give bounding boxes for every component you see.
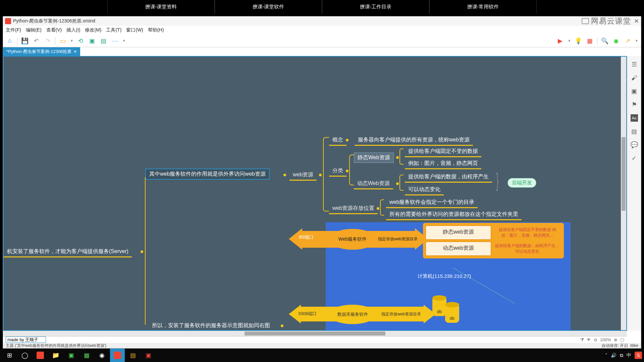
- folder-icon[interactable]: ▭: [59, 37, 67, 45]
- label-icon[interactable]: Aa: [631, 114, 638, 122]
- share-icon[interactable]: ◉: [612, 37, 620, 45]
- filter-icon[interactable]: ⧩: [580, 337, 584, 343]
- start-button[interactable]: ⊞: [2, 349, 17, 362]
- host-tab[interactable]: 撩课-常用软件: [429, 0, 537, 13]
- undo-icon[interactable]: ↶: [32, 37, 40, 45]
- host-tab[interactable]: 撩课-课堂资料: [107, 0, 215, 13]
- horizontal-scrollbar[interactable]: [3, 331, 627, 336]
- image-icon[interactable]: ▣: [631, 87, 638, 95]
- footer-bar: ⧩ 👁 ⊖ 100% ⊕ ▢: [3, 336, 627, 343]
- mm-node[interactable]: web资源存放位置: [329, 203, 378, 214]
- brand-icon: [582, 18, 589, 24]
- author-input[interactable]: [6, 337, 46, 343]
- connector-dot: [141, 250, 143, 253]
- taskbar-app[interactable]: [33, 349, 48, 362]
- mm-node-hover[interactable]: 静态Web资源: [354, 153, 394, 163]
- mm-callout[interactable]: 后端开发: [507, 178, 536, 188]
- taskbar-app[interactable]: ▤: [125, 349, 140, 362]
- network-icon[interactable]: ⧉: [620, 353, 623, 358]
- dropdown-icon[interactable]: ▼: [70, 39, 73, 43]
- save-icon[interactable]: 💾: [21, 37, 29, 45]
- zoom-level: 100%: [600, 337, 611, 342]
- mm-node-selected[interactable]: 其中web服务软件的作用就是供外界访问web资源: [145, 169, 270, 180]
- idea-icon[interactable]: 💡: [574, 37, 582, 45]
- presentation-icon[interactable]: ▶: [556, 37, 564, 45]
- menu-tools[interactable]: 工具(T): [106, 27, 121, 33]
- taskbar-app[interactable]: ▣: [141, 349, 156, 362]
- gantt-icon[interactable]: ▦: [586, 37, 594, 45]
- doc-tab-active[interactable]: *Python-爬虫春节案例-12306抢票✕: [3, 47, 80, 56]
- tab-close-icon[interactable]: ✕: [73, 49, 77, 54]
- chrome-icon[interactable]: ◉: [95, 349, 109, 362]
- export-icon[interactable]: ↗: [624, 37, 632, 45]
- mm-node[interactable]: 服务器向客户端提供的所有资源，统称web资源: [355, 135, 473, 146]
- dropdown-icon[interactable]: ▼: [568, 39, 571, 43]
- tray-chevron-icon[interactable]: ˄: [605, 353, 607, 358]
- connector: [145, 177, 146, 325]
- brand-small: itlike: [630, 343, 638, 348]
- fit-icon[interactable]: ▢: [620, 337, 624, 342]
- notes-icon[interactable]: ▤: [631, 128, 638, 135]
- mm-node[interactable]: 提供给客户端固定不变的数据: [405, 146, 481, 157]
- menu-modify[interactable]: 修改(M): [85, 27, 101, 33]
- dropdown-icon[interactable]: ▼: [635, 39, 638, 43]
- titlebar: Python-爬虫春节案例-12306抢票.xmind 网易云课堂 ✕: [3, 16, 641, 26]
- volume-icon[interactable]: 🔊: [611, 353, 616, 358]
- scrollbar-thumb[interactable]: [245, 331, 385, 336]
- mm-node[interactable]: 机安装了服务软件，才能为客户端提供服务(Server): [4, 247, 132, 257]
- sogou-ime-icon[interactable]: S: [635, 352, 642, 359]
- search-icon[interactable]: 🔍: [601, 37, 609, 45]
- home-icon[interactable]: ⌂: [6, 37, 14, 45]
- comments-icon[interactable]: 💬: [631, 141, 638, 148]
- host-tab[interactable]: 撩课-课堂软件: [215, 0, 322, 13]
- menu-insert[interactable]: 插入(I): [66, 27, 80, 33]
- menu-help[interactable]: 帮助(H): [148, 27, 164, 33]
- mm-node[interactable]: 所以，安装了服务软件的服务器示意图就如同右图: [149, 321, 273, 331]
- redo-icon[interactable]: ↷: [44, 37, 52, 45]
- taskbar-app[interactable]: ▦: [79, 349, 94, 362]
- diagram-dynamic-res: 动态web资源: [426, 242, 491, 256]
- menu-view[interactable]: 查看(V): [46, 27, 62, 33]
- ime-indicator[interactable]: 中: [627, 352, 631, 358]
- right-panel: ☰ 🖌 ▣ ⚑ Aa ▤ 💬 ✓: [627, 56, 641, 331]
- mm-node[interactable]: 动态Web资源: [354, 179, 393, 189]
- scrollbar-thumb[interactable]: [622, 137, 626, 211]
- outline-icon[interactable]: ☰: [631, 61, 638, 68]
- mm-node[interactable]: 分类: [329, 166, 346, 177]
- status-bar: 主题 ('其中web服务软件的作用就是供外界访问web资源') 自动保存: 开启…: [3, 343, 641, 348]
- more-icon[interactable]: ⋯: [111, 37, 119, 45]
- mm-node[interactable]: 可以动态变化: [405, 185, 444, 195]
- menu-bar: 文件(F) 编辑(E) 查看(V) 插入(I) 修改(M) 工具(T) 窗口(W…: [3, 26, 641, 35]
- mm-node[interactable]: web服务软件会指定一个专门的目录: [386, 197, 478, 208]
- marker-icon[interactable]: ⚑: [631, 101, 638, 108]
- mm-node[interactable]: 概念: [329, 135, 346, 146]
- summary-icon[interactable]: ▤: [100, 37, 108, 45]
- menu-edit[interactable]: 编辑(E): [26, 27, 42, 33]
- format-icon[interactable]: 🖌: [631, 74, 638, 81]
- mm-node[interactable]: web资源: [289, 170, 317, 181]
- brand-logo: 网易云课堂: [582, 16, 631, 26]
- mm-node[interactable]: 提供给客户端的数据，由程序产生: [405, 172, 492, 183]
- connector-bracket: [323, 137, 329, 212]
- cortana-icon[interactable]: ◯: [17, 349, 32, 362]
- vertical-scrollbar[interactable]: [621, 57, 626, 330]
- file-explorer-icon[interactable]: 📁: [48, 349, 63, 362]
- mm-node[interactable]: 所有的需要给外界访问的资源都放在这个指定文件夹里: [386, 209, 522, 220]
- close-icon[interactable]: ✕: [634, 17, 639, 25]
- menu-file[interactable]: 文件(F): [6, 27, 21, 33]
- boundary-icon[interactable]: ▣: [88, 37, 96, 45]
- eye-icon[interactable]: 👁: [587, 337, 591, 342]
- taskbar-app[interactable]: ▣: [64, 349, 78, 362]
- connector-bracket: [399, 148, 404, 165]
- host-tab[interactable]: 撩课-工作目录: [322, 0, 429, 13]
- xmind-taskbar-icon[interactable]: [110, 349, 125, 362]
- menu-window[interactable]: 窗口(W): [126, 27, 143, 33]
- dropdown-icon[interactable]: ▼: [122, 39, 126, 43]
- relation-icon[interactable]: ⟲: [77, 37, 85, 45]
- mindmap-canvas[interactable]: 机安装了服务软件，才能为客户端提供服务(Server) 机安装了对应的客户端软件…: [3, 56, 627, 331]
- zoom-out-icon[interactable]: ⊖: [594, 337, 597, 342]
- zoom-in-icon[interactable]: ⊕: [614, 337, 618, 342]
- connector-bracket: [380, 199, 384, 216]
- mm-node[interactable]: 例如：图片，音频，静态网页: [405, 159, 481, 169]
- task-icon[interactable]: ✓: [631, 155, 638, 162]
